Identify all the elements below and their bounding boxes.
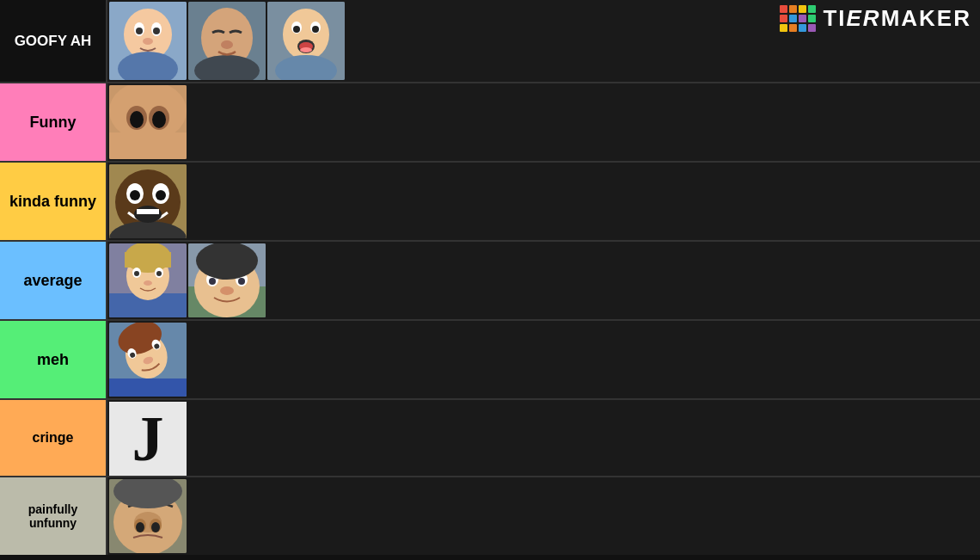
svg-point-47 — [144, 280, 152, 286]
logo-cell — [789, 15, 797, 22]
tier-item-bald-kid[interactable] — [109, 2, 187, 80]
tier-row-kinda: kinda funny — [0, 163, 980, 242]
svg-point-5 — [136, 28, 143, 34]
svg-rect-28 — [109, 132, 187, 159]
tier-item-openmouth-kid[interactable] — [267, 2, 345, 80]
nose-face-svg — [109, 85, 187, 159]
meh-svg — [109, 323, 187, 397]
logo-cell — [808, 5, 816, 13]
tier-content-cringe: J — [107, 400, 980, 476]
svg-point-35 — [156, 190, 166, 200]
tier-label-goofy: GOOFY AH — [0, 0, 107, 82]
svg-point-18 — [312, 26, 319, 33]
bald-face-svg — [109, 2, 187, 80]
tier-label-funny: Funny — [0, 83, 107, 161]
logo-cell — [808, 24, 816, 32]
tier-row-funny: Funny — [0, 83, 980, 163]
tier-label-cringe: cringe — [0, 400, 107, 476]
logo-text: TiERMAKER — [823, 5, 971, 32]
tier-item-funny2[interactable] — [109, 164, 187, 238]
svg-point-54 — [209, 278, 216, 285]
unfunny-svg — [109, 479, 187, 553]
svg-point-11 — [221, 40, 233, 49]
svg-point-55 — [238, 278, 245, 285]
tier-item-squint-face[interactable] — [188, 2, 266, 80]
chubby-svg — [188, 243, 266, 317]
tier-row-painful: painfully unfunny — [0, 477, 980, 555]
squint-face-svg — [188, 2, 266, 80]
logo-cell — [808, 15, 816, 22]
tier-row-cringe: cringe J — [0, 400, 980, 477]
svg-point-72 — [136, 522, 144, 532]
svg-rect-66 — [109, 378, 187, 397]
j-letter-text: J — [132, 407, 164, 471]
tier-item-j-letter[interactable]: J — [109, 402, 187, 476]
tier-row-average: average — [0, 242, 980, 321]
svg-rect-42 — [125, 252, 171, 268]
tier-content-funny — [107, 83, 980, 161]
logo-grid-icon — [780, 5, 816, 32]
svg-point-21 — [300, 47, 312, 52]
logo-cell — [780, 5, 787, 13]
tier-item-meh-kid[interactable] — [109, 323, 187, 397]
page: TiERMAKER GOOFY AH — [0, 0, 980, 560]
tier-label-average: average — [0, 242, 107, 319]
tier-item-blonde[interactable] — [109, 243, 187, 317]
svg-point-56 — [220, 286, 234, 295]
svg-point-73 — [151, 522, 160, 532]
tier-content-meh — [107, 321, 980, 398]
svg-point-34 — [130, 190, 140, 200]
tier-item-unfunny[interactable] — [109, 479, 187, 553]
logo-cell — [780, 24, 787, 32]
tier-row-meh: meh — [0, 321, 980, 400]
tier-content-kinda — [107, 163, 980, 240]
tier-content-average — [107, 242, 980, 319]
blonde-svg — [109, 243, 187, 317]
svg-point-6 — [153, 28, 160, 34]
svg-point-27 — [152, 111, 166, 128]
openmouth-svg — [267, 2, 345, 80]
logo-cell — [789, 5, 797, 13]
logo-cell — [799, 24, 806, 32]
logo-cell — [780, 15, 787, 22]
svg-rect-37 — [137, 209, 159, 214]
tier-list: GOOFY AH — [0, 0, 980, 555]
funny2-svg — [109, 164, 187, 238]
logo-cell — [799, 5, 806, 13]
svg-point-57 — [196, 243, 258, 280]
tier-item-nose-face[interactable] — [109, 85, 187, 159]
tier-label-painful: painfully unfunny — [0, 477, 107, 555]
logo-cell — [789, 24, 797, 32]
svg-point-46 — [156, 271, 162, 276]
svg-point-17 — [293, 26, 300, 33]
svg-point-26 — [130, 111, 144, 128]
logo-cell — [799, 15, 806, 22]
tier-label-kinda: kinda funny — [0, 163, 107, 240]
svg-point-7 — [143, 38, 153, 45]
svg-point-45 — [134, 271, 139, 276]
tier-content-painful — [107, 477, 980, 555]
tiermaker-logo: TiERMAKER — [780, 5, 971, 32]
tier-label-meh: meh — [0, 321, 107, 398]
tier-item-chubby[interactable] — [188, 243, 266, 317]
